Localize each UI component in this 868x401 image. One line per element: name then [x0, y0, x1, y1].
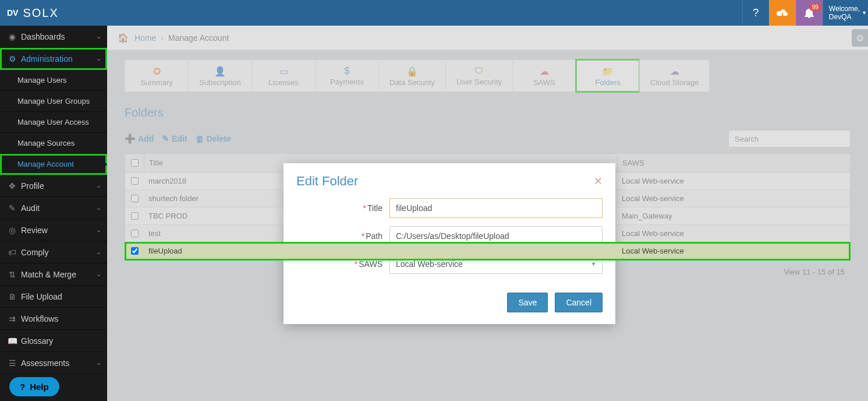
sidebar-item-label: Match & Merge [21, 270, 96, 279]
sidebar-sub-manage-account[interactable]: Manage Account [0, 154, 107, 175]
sidebar-item-label: Assessments [21, 358, 96, 368]
sidebar-item-label: Dashboards [21, 32, 96, 41]
sidebar-item-label: Workflows [21, 314, 101, 323]
sidebar-item-label: Glossary [21, 336, 101, 346]
chevron-down-icon: ⌄ [96, 33, 101, 40]
field-label: *SAWS [296, 259, 389, 269]
notifications-icon[interactable]: 99 [796, 0, 823, 26]
chevron-down-icon: ▾ [863, 9, 866, 16]
row-saws: Local Web-service [617, 242, 850, 259]
sidebar-sub-manage-user-groups[interactable]: Manage User Groups [0, 91, 107, 112]
sidebar-sub-label: Manage User Groups [17, 97, 90, 105]
sidebar-item-comply[interactable]: 🏷Comply⌄ [0, 241, 107, 263]
sidebar-item-label: Profile [21, 181, 96, 191]
chevron-down-icon: ⌄ [96, 226, 101, 234]
chevron-down-icon: ⌄ [96, 270, 101, 278]
sidebar-sub-label: Manage Account [17, 160, 74, 168]
sidebar-item-audit[interactable]: ✎Audit⌄ [0, 197, 107, 219]
close-icon[interactable]: ✕ [594, 175, 603, 188]
modal-footer: Save Cancel [284, 293, 615, 324]
dashboard-icon: ◉ [6, 32, 19, 41]
row-checkbox[interactable] [131, 247, 139, 255]
book-icon: 📖 [6, 336, 19, 346]
logo-prefix: DV [7, 8, 18, 17]
chevron-down-icon: ⌄ [96, 204, 101, 212]
sidebar-item-label: Administration [21, 54, 96, 64]
sidebar-item-glossary[interactable]: 📖Glossary [0, 330, 107, 352]
help-label: Help [30, 382, 49, 392]
tag-icon: 🏷 [6, 248, 19, 257]
table-row[interactable]: fileUploadLocal Web-service [125, 242, 850, 260]
sidebar-item-label: Review [21, 226, 96, 235]
sidebar-item-workflows[interactable]: ⇉Workflows [0, 308, 107, 330]
gears-icon: ⚙ [6, 54, 19, 64]
modal-title: Edit Folder [296, 174, 358, 189]
row-title: fileUpload [144, 242, 617, 259]
sidebar-item-match-merge[interactable]: ⇅Match & Merge⌄ [0, 263, 107, 286]
chevron-down-icon: ⌄ [96, 248, 101, 256]
merge-icon: ⇅ [6, 270, 19, 279]
edit-icon: ✎ [6, 203, 19, 213]
welcome-label: Welcome, [829, 5, 860, 13]
file-icon: 🗎 [6, 292, 19, 301]
topbar-actions: ? 99 Welcome, DevQA ▾ [742, 0, 868, 26]
field-row-title: *Title [296, 198, 603, 218]
sidebar-sub-manage-user-access[interactable]: Manage User Access [0, 112, 107, 133]
cancel-button[interactable]: Cancel [555, 293, 603, 312]
sidebar-item-label: File Upload [21, 292, 101, 301]
title-input[interactable] [389, 198, 603, 218]
target-icon: ◎ [6, 226, 19, 235]
sidebar-sub-manage-sources[interactable]: Manage Sources [0, 133, 107, 154]
chevron-down-icon: ⌄ [96, 359, 101, 367]
save-button[interactable]: Save [507, 293, 548, 312]
sidebar-sub-label: Manage Users [17, 76, 67, 85]
list-icon: ☰ [6, 358, 19, 368]
sidebar-item-dashboards[interactable]: ◉ Dashboards ⌄ [0, 26, 107, 48]
sidebar-item-assessments[interactable]: ☰Assessments⌄ [0, 352, 107, 374]
user-menu[interactable]: Welcome, DevQA ▾ [823, 0, 868, 26]
welcome-user: DevQA [829, 13, 860, 21]
logo[interactable]: DV SOLX [0, 6, 59, 20]
row-checkbox-cell [125, 242, 144, 259]
sidebar-item-profile[interactable]: ✥Profile⌄ [0, 175, 107, 197]
field-label: *Title [296, 203, 389, 213]
sidebar-sub-label: Manage Sources [17, 139, 75, 147]
sidebar-item-file-upload[interactable]: 🗎File Upload [0, 286, 107, 308]
sidebar-item-label: Comply [21, 248, 96, 257]
modal-header: Edit Folder ✕ [284, 163, 615, 195]
move-icon: ✥ [6, 181, 19, 191]
sidebar-sub-manage-users[interactable]: Manage Users [0, 70, 107, 91]
flow-icon: ⇉ [6, 314, 19, 323]
logo-text: SOLX [23, 6, 58, 20]
chevron-down-icon: ⌄ [96, 182, 101, 189]
help-icon[interactable]: ? [742, 0, 769, 26]
help-button[interactable]: ? Help [9, 377, 59, 396]
chevron-down-icon: ⌄ [96, 55, 101, 62]
sidebar-item-review[interactable]: ◎Review⌄ [0, 219, 107, 241]
cloud-icon[interactable] [769, 0, 796, 26]
sidebar-sub-label: Manage User Access [17, 118, 89, 126]
sidebar-item-administration[interactable]: ⚙ Administration ⌄ [0, 48, 107, 70]
help-icon: ? [20, 382, 25, 392]
select-value: Local Web-service [396, 259, 463, 269]
field-label: *Path [296, 231, 389, 241]
topbar: DV SOLX ? 99 Welcome, DevQA ▾ [0, 0, 868, 26]
notification-badge: 99 [809, 3, 821, 11]
sidebar-item-label: Audit [21, 203, 96, 213]
sidebar: ◉ Dashboards ⌄ ⚙ Administration ⌄ Manage… [0, 26, 107, 401]
